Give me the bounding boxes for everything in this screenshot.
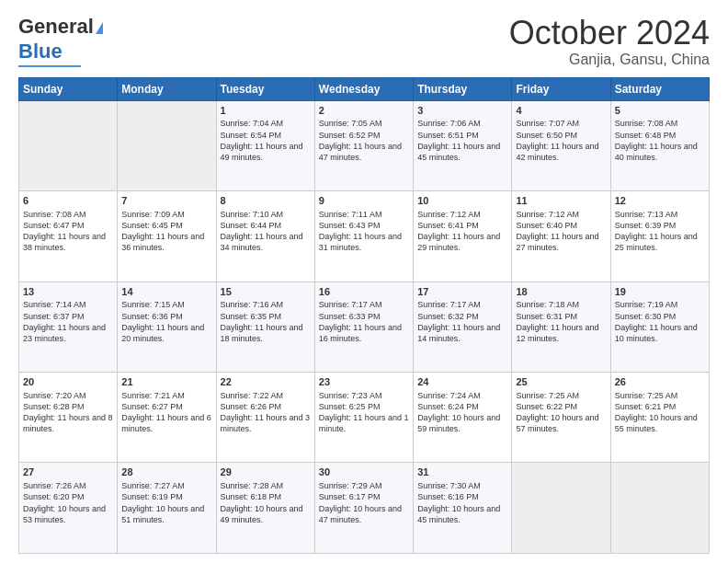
- cell-info: Sunrise: 7:12 AM Sunset: 6:41 PM Dayligh…: [417, 209, 507, 254]
- cell-2-6: 19Sunrise: 7:19 AM Sunset: 6:30 PM Dayli…: [610, 282, 709, 372]
- cell-0-4: 3Sunrise: 7:06 AM Sunset: 6:51 PM Daylig…: [414, 100, 512, 190]
- cell-4-1: 28Sunrise: 7:27 AM Sunset: 6:19 PM Dayli…: [118, 463, 216, 554]
- col-monday: Monday: [118, 77, 216, 100]
- cell-2-4: 17Sunrise: 7:17 AM Sunset: 6:32 PM Dayli…: [414, 282, 512, 372]
- day-number: 12: [615, 194, 705, 208]
- day-number: 14: [121, 285, 211, 299]
- cell-3-4: 24Sunrise: 7:24 AM Sunset: 6:24 PM Dayli…: [414, 373, 512, 463]
- cell-0-1: [118, 100, 216, 190]
- day-number: 19: [615, 285, 705, 299]
- col-sunday: Sunday: [19, 77, 118, 100]
- cell-info: Sunrise: 7:13 AM Sunset: 6:39 PM Dayligh…: [615, 209, 705, 254]
- day-number: 26: [615, 375, 705, 389]
- cell-info: Sunrise: 7:08 AM Sunset: 6:48 PM Dayligh…: [615, 118, 705, 163]
- cell-info: Sunrise: 7:27 AM Sunset: 6:19 PM Dayligh…: [121, 480, 211, 525]
- cell-info: Sunrise: 7:29 AM Sunset: 6:17 PM Dayligh…: [319, 480, 409, 525]
- day-number: 24: [417, 375, 507, 389]
- col-friday: Friday: [512, 77, 610, 100]
- calendar-title: October 2024: [509, 15, 710, 52]
- day-number: 6: [23, 194, 113, 208]
- day-number: 25: [516, 375, 606, 389]
- header-row: Sunday Monday Tuesday Wednesday Thursday…: [19, 77, 710, 100]
- col-saturday: Saturday: [610, 77, 709, 100]
- cell-info: Sunrise: 7:18 AM Sunset: 6:31 PM Dayligh…: [516, 299, 606, 344]
- cell-2-3: 16Sunrise: 7:17 AM Sunset: 6:33 PM Dayli…: [314, 282, 413, 372]
- cell-0-2: 1Sunrise: 7:04 AM Sunset: 6:54 PM Daylig…: [216, 100, 314, 190]
- cell-1-6: 12Sunrise: 7:13 AM Sunset: 6:39 PM Dayli…: [610, 191, 709, 282]
- day-number: 10: [417, 194, 507, 208]
- day-number: 4: [516, 104, 606, 118]
- page: General Blue October 2024 Ganjia, Gansu,…: [0, 0, 728, 563]
- week-row-0: 1Sunrise: 7:04 AM Sunset: 6:54 PM Daylig…: [19, 100, 710, 190]
- cell-info: Sunrise: 7:25 AM Sunset: 6:21 PM Dayligh…: [615, 390, 705, 435]
- cell-info: Sunrise: 7:15 AM Sunset: 6:36 PM Dayligh…: [121, 299, 211, 344]
- cell-4-4: 31Sunrise: 7:30 AM Sunset: 6:16 PM Dayli…: [414, 463, 512, 554]
- cell-info: Sunrise: 7:10 AM Sunset: 6:44 PM Dayligh…: [221, 209, 311, 254]
- cell-3-5: 25Sunrise: 7:25 AM Sunset: 6:22 PM Dayli…: [512, 373, 610, 463]
- day-number: 22: [221, 375, 311, 389]
- day-number: 15: [221, 285, 311, 299]
- cell-info: Sunrise: 7:24 AM Sunset: 6:24 PM Dayligh…: [417, 390, 507, 435]
- logo: General Blue: [18, 15, 103, 67]
- cell-1-2: 8Sunrise: 7:10 AM Sunset: 6:44 PM Daylig…: [216, 191, 314, 282]
- calendar-table: Sunday Monday Tuesday Wednesday Thursday…: [18, 77, 710, 554]
- col-tuesday: Tuesday: [216, 77, 314, 100]
- logo-underline: [18, 65, 81, 67]
- cell-4-2: 29Sunrise: 7:28 AM Sunset: 6:18 PM Dayli…: [216, 463, 314, 554]
- cell-info: Sunrise: 7:21 AM Sunset: 6:27 PM Dayligh…: [121, 390, 211, 435]
- cell-info: Sunrise: 7:16 AM Sunset: 6:35 PM Dayligh…: [221, 299, 311, 344]
- cell-2-0: 13Sunrise: 7:14 AM Sunset: 6:37 PM Dayli…: [19, 282, 118, 372]
- day-number: 2: [319, 104, 409, 118]
- cell-1-4: 10Sunrise: 7:12 AM Sunset: 6:41 PM Dayli…: [414, 191, 512, 282]
- logo-blue-text: Blue: [18, 40, 63, 63]
- day-number: 1: [221, 104, 311, 118]
- day-number: 5: [615, 104, 705, 118]
- header: General Blue October 2024 Ganjia, Gansu,…: [18, 15, 710, 68]
- day-number: 13: [23, 285, 113, 299]
- cell-info: Sunrise: 7:23 AM Sunset: 6:25 PM Dayligh…: [319, 390, 409, 435]
- day-number: 31: [417, 465, 507, 479]
- day-number: 9: [319, 194, 409, 208]
- cell-3-3: 23Sunrise: 7:23 AM Sunset: 6:25 PM Dayli…: [314, 373, 413, 463]
- cell-info: Sunrise: 7:19 AM Sunset: 6:30 PM Dayligh…: [615, 299, 705, 344]
- cell-0-3: 2Sunrise: 7:05 AM Sunset: 6:52 PM Daylig…: [314, 100, 413, 190]
- col-thursday: Thursday: [414, 77, 512, 100]
- cell-info: Sunrise: 7:26 AM Sunset: 6:20 PM Dayligh…: [23, 480, 113, 525]
- cell-info: Sunrise: 7:07 AM Sunset: 6:50 PM Dayligh…: [516, 118, 606, 163]
- cell-info: Sunrise: 7:20 AM Sunset: 6:28 PM Dayligh…: [23, 390, 113, 435]
- cell-info: Sunrise: 7:17 AM Sunset: 6:33 PM Dayligh…: [319, 299, 409, 344]
- cell-0-6: 5Sunrise: 7:08 AM Sunset: 6:48 PM Daylig…: [610, 100, 709, 190]
- cell-info: Sunrise: 7:06 AM Sunset: 6:51 PM Dayligh…: [417, 118, 507, 163]
- cell-info: Sunrise: 7:08 AM Sunset: 6:47 PM Dayligh…: [23, 209, 113, 254]
- cell-info: Sunrise: 7:05 AM Sunset: 6:52 PM Dayligh…: [319, 118, 409, 163]
- day-number: 21: [121, 375, 211, 389]
- calendar-subtitle: Ganjia, Gansu, China: [509, 52, 710, 68]
- day-number: 20: [23, 375, 113, 389]
- cell-4-5: [512, 463, 610, 554]
- cell-3-2: 22Sunrise: 7:22 AM Sunset: 6:26 PM Dayli…: [216, 373, 314, 463]
- cell-info: Sunrise: 7:09 AM Sunset: 6:45 PM Dayligh…: [121, 209, 211, 254]
- day-number: 28: [121, 465, 211, 479]
- cell-1-1: 7Sunrise: 7:09 AM Sunset: 6:45 PM Daylig…: [118, 191, 216, 282]
- col-wednesday: Wednesday: [314, 77, 413, 100]
- cell-2-5: 18Sunrise: 7:18 AM Sunset: 6:31 PM Dayli…: [512, 282, 610, 372]
- cell-0-5: 4Sunrise: 7:07 AM Sunset: 6:50 PM Daylig…: [512, 100, 610, 190]
- day-number: 17: [417, 285, 507, 299]
- day-number: 30: [319, 465, 409, 479]
- cell-info: Sunrise: 7:04 AM Sunset: 6:54 PM Dayligh…: [221, 118, 311, 163]
- cell-info: Sunrise: 7:12 AM Sunset: 6:40 PM Dayligh…: [516, 209, 606, 254]
- day-number: 23: [319, 375, 409, 389]
- cell-3-1: 21Sunrise: 7:21 AM Sunset: 6:27 PM Dayli…: [118, 373, 216, 463]
- day-number: 3: [417, 104, 507, 118]
- cell-2-1: 14Sunrise: 7:15 AM Sunset: 6:36 PM Dayli…: [118, 282, 216, 372]
- day-number: 7: [121, 194, 211, 208]
- cell-0-0: [19, 100, 118, 190]
- week-row-3: 20Sunrise: 7:20 AM Sunset: 6:28 PM Dayli…: [19, 373, 710, 463]
- cell-info: Sunrise: 7:25 AM Sunset: 6:22 PM Dayligh…: [516, 390, 606, 435]
- title-block: October 2024 Ganjia, Gansu, China: [509, 15, 710, 68]
- cell-info: Sunrise: 7:28 AM Sunset: 6:18 PM Dayligh…: [221, 480, 311, 525]
- cell-4-0: 27Sunrise: 7:26 AM Sunset: 6:20 PM Dayli…: [19, 463, 118, 554]
- week-row-2: 13Sunrise: 7:14 AM Sunset: 6:37 PM Dayli…: [19, 282, 710, 372]
- day-number: 8: [221, 194, 311, 208]
- cell-1-5: 11Sunrise: 7:12 AM Sunset: 6:40 PM Dayli…: [512, 191, 610, 282]
